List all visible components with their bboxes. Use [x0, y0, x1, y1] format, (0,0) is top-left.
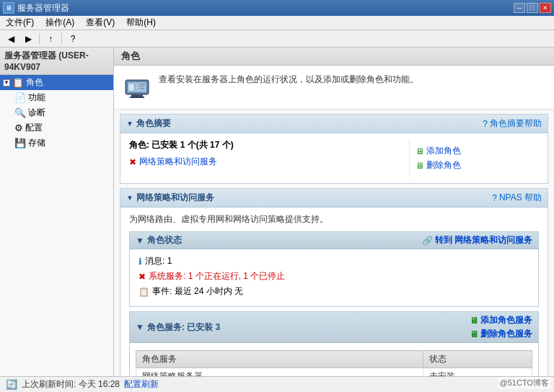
role-status-title: 角色状态: [147, 234, 182, 246]
service-status: 未安装: [423, 368, 532, 377]
error-icon: ✖: [129, 157, 136, 167]
goto-icon: 🔗: [422, 236, 433, 246]
close-button[interactable]: ✕: [540, 3, 551, 13]
role-count: 角色: 已安装 1 个(共 17 个): [129, 139, 409, 151]
tree-header: 服务器管理器 (USER-94KV907: [0, 48, 113, 75]
role-count-label: 角色: 已安装 1 个(共 17 个): [129, 140, 234, 150]
intro-icon: [123, 73, 151, 102]
events-text: 事件: 最近 24 小时内 无: [152, 285, 243, 298]
window-title: 服务器管理器: [17, 2, 69, 14]
menu-action[interactable]: 操作(A): [40, 15, 80, 30]
npas-label: 网络策略和访问服务: [136, 192, 214, 204]
remove-role-link[interactable]: 🖥 删除角色: [416, 159, 533, 172]
role-summary-left: 角色: 已安装 1 个(共 17 个) ✖ 网络策略和访问服务: [129, 139, 409, 177]
config-label: 配置: [25, 122, 43, 134]
storage-label: 存储: [28, 137, 45, 149]
role-summary-header: ▼ 角色摘要 ? 角色摘要帮助: [120, 115, 548, 133]
role-summary-title: ▼ 角色摘要: [126, 117, 171, 130]
toolbar: ◀ ▶ ↑ ?: [0, 30, 554, 48]
sidebar-item-features[interactable]: 📄 功能: [0, 90, 113, 105]
panel-title: 角色: [121, 50, 140, 61]
right-panel-header: 角色: [114, 48, 554, 66]
svg-rect-2: [131, 94, 143, 97]
role-summary-label: 角色摘要: [136, 117, 171, 130]
refresh-icon: 🔄: [6, 379, 17, 390]
forward-button[interactable]: ▶: [20, 32, 36, 46]
help-icon: ?: [483, 119, 488, 129]
npas-arrow-icon: ▼: [126, 194, 133, 202]
right-panel: 角色 查看安装在服务器上角色的运行状况，以及添加或删除角色和功能。: [114, 48, 554, 376]
left-panel: 服务器管理器 (USER-94KV907 ▼ 📋 角色 📄 功能 🔍 诊断 ⚙ …: [0, 48, 114, 376]
add-role-service-link[interactable]: 🖥 添加角色服务: [470, 314, 532, 326]
up-button[interactable]: ↑: [43, 32, 58, 46]
services-table: 角色服务 状态 网络策略服务器未安装🖥路由和远程访问服务已安装🖥远程访问服务已安…: [136, 350, 532, 376]
main-layout: 服务器管理器 (USER-94KV907 ▼ 📋 角色 📄 功能 🔍 诊断 ⚙ …: [0, 48, 554, 376]
menu-view[interactable]: 查看(V): [80, 15, 120, 30]
last-refresh-text: 上次刷新时间: 今天 16:28: [22, 378, 120, 391]
intro-text: 查看安装在服务器上角色的运行状况，以及添加或删除角色和功能。: [159, 73, 418, 86]
table-row: 网络策略服务器未安装: [136, 368, 532, 377]
diagnostics-label: 诊断: [28, 107, 45, 119]
npas-body: 为网络路由、虚拟专用网和网络访问策略提供支持。 ▼ 角色状态 🔗 转到 网络策略…: [120, 208, 548, 376]
toolbar-separator: [39, 33, 40, 45]
goto-npas-link[interactable]: 🔗 转到 网络策略和访问服务: [422, 234, 532, 246]
add-role-link[interactable]: 🖥 添加角色: [416, 145, 533, 157]
svg-rect-4: [128, 84, 134, 91]
events-icon: 📋: [138, 287, 149, 297]
svg-rect-6: [136, 86, 138, 89]
expand-icon-roles: ▼: [3, 79, 10, 86]
svg-rect-7: [140, 84, 145, 85]
menu-bar: 文件(F) 操作(A) 查看(V) 帮助(H): [0, 16, 554, 30]
config-icon: ⚙: [14, 122, 23, 133]
back-button[interactable]: ◀: [3, 32, 19, 46]
role-summary-help-link[interactable]: ? 角色摘要帮助: [483, 117, 542, 130]
minimize-button[interactable]: ─: [514, 3, 525, 13]
intro-section: 查看安装在服务器上角色的运行状况，以及添加或删除角色和功能。: [114, 66, 554, 110]
npas-help-icon: ?: [492, 193, 497, 203]
info-icon: ℹ: [138, 257, 142, 267]
watermark: @51CTO博客: [498, 377, 551, 389]
npas-role-link[interactable]: 网络策略和访问服务: [139, 156, 217, 168]
sidebar-item-storage[interactable]: 💾 存储: [0, 135, 113, 151]
storage-icon: 💾: [14, 138, 26, 148]
remove-role-service-link[interactable]: 🖥 删除角色服务: [470, 328, 532, 340]
features-label: 功能: [28, 92, 45, 104]
maximize-button[interactable]: □: [527, 3, 538, 13]
events-item: 📋 事件: 最近 24 小时内 无: [138, 285, 529, 298]
messages-item: ℹ 消息: 1: [138, 255, 529, 267]
remove-icon: 🖥: [416, 161, 424, 171]
services-arrow: ▼: [136, 322, 144, 332]
toolbar-separator-2: [61, 33, 62, 45]
menu-help[interactable]: 帮助(H): [120, 15, 162, 30]
col-status: 状态: [423, 351, 532, 368]
col-service: 角色服务: [136, 351, 423, 368]
add-icon: 🖥: [416, 146, 424, 156]
configure-refresh-link[interactable]: 配置刷新: [124, 378, 159, 391]
help-button[interactable]: ?: [65, 32, 81, 46]
roles-icon: 📋: [12, 77, 24, 88]
role-status-body: ℹ 消息: 1 ✖ 系统服务: 1 个正在运行, 1 个已停止 📋 事件: 最近…: [130, 249, 538, 306]
menu-file[interactable]: 文件(F): [0, 15, 40, 30]
add-svc-icon: 🖥: [470, 316, 478, 326]
sidebar-item-config[interactable]: ⚙ 配置: [0, 120, 113, 135]
title-bar: 🖥 服务器管理器 ─ □ ✕: [0, 0, 554, 16]
role-services-body: 角色服务 状态 网络策略服务器未安装🖥路由和远程访问服务已安装🖥远程访问服务已安…: [130, 343, 538, 376]
role-summary-right: 🖥 添加角色 🖥 删除角色: [409, 139, 539, 177]
role-status-arrow: ▼: [136, 236, 144, 246]
diagnostics-icon: 🔍: [14, 107, 26, 118]
npas-header: ▼ 网络策略和访问服务 ? NPAS 帮助: [120, 189, 548, 208]
service-name: 网络策略服务器: [136, 368, 423, 377]
npas-description: 为网络路由、虚拟专用网和网络访问策略提供支持。: [129, 213, 539, 226]
app-icon: 🖥: [3, 2, 14, 14]
npas-section: ▼ 网络策略和访问服务 ? NPAS 帮助 为网络路由、虚拟专用网和网络访问策略…: [120, 188, 548, 376]
sidebar-item-roles[interactable]: ▼ 📋 角色: [0, 75, 113, 90]
svg-rect-3: [130, 97, 144, 98]
sidebar-item-diagnostics[interactable]: 🔍 诊断: [0, 105, 113, 120]
svg-rect-8: [140, 86, 144, 87]
npas-help-link[interactable]: ? NPAS 帮助: [492, 192, 542, 204]
role-services-header: ▼ 角色服务: 已安装 3 🖥 添加角色服务 🖥 删除角色服务: [130, 312, 538, 343]
roles-label: 角色: [26, 76, 43, 89]
role-action-links: 🖥 添加角色 🖥 删除角色: [416, 145, 533, 172]
npas-title: ▼ 网络策略和访问服务: [126, 192, 214, 204]
svg-rect-5: [136, 84, 138, 86]
